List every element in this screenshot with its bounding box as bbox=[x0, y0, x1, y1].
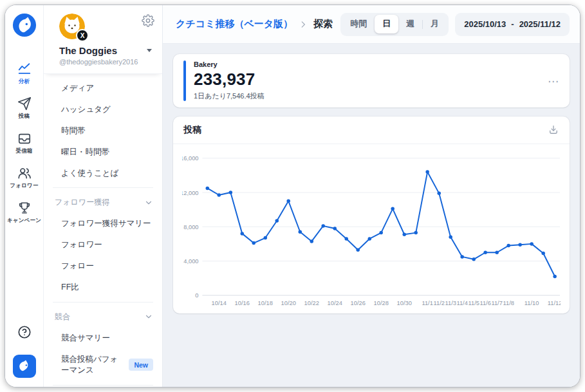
svg-text:10/26: 10/26 bbox=[351, 300, 366, 306]
chart-card-header: 投稿 bbox=[173, 117, 570, 144]
new-badge: New bbox=[129, 359, 153, 371]
svg-text:10/20: 10/20 bbox=[281, 300, 296, 306]
svg-text:11/6: 11/6 bbox=[479, 300, 490, 306]
inbox-icon bbox=[17, 131, 32, 145]
socialdog-logo-icon[interactable] bbox=[12, 13, 37, 37]
profile-name: The Doggies bbox=[59, 45, 147, 56]
sidebar-item-competitor-post-performance[interactable]: 競合投稿パフォーマンス New bbox=[44, 349, 162, 381]
svg-text:12,000: 12,000 bbox=[182, 190, 199, 196]
sidebar-item-time-slot[interactable]: 時間帯 bbox=[44, 120, 162, 142]
granularity-option-hour[interactable]: 時間 bbox=[342, 15, 375, 33]
granularity-toggle: 時間 日 週 月 bbox=[340, 13, 449, 36]
svg-text:10/22: 10/22 bbox=[304, 300, 319, 306]
avatar[interactable]: X bbox=[59, 14, 85, 39]
date-range-end: 2025/11/12 bbox=[519, 19, 561, 29]
help-button[interactable] bbox=[17, 325, 32, 342]
sidebar-menu: メディア ハッシュタグ 時間帯 曜日・時間帯 よく使うことば フォロワー獲得 フ… bbox=[44, 74, 162, 387]
icon-rail: 分析 投稿 受信箱 フォロワー bbox=[5, 5, 44, 387]
account-dropdown-icon[interactable] bbox=[147, 49, 152, 52]
rail-nav: 分析 投稿 受信箱 フォロワー bbox=[5, 62, 44, 225]
chart-area: 04,0008,00012,00016,00010/1410/1610/1810… bbox=[173, 144, 570, 313]
divider bbox=[53, 385, 153, 386]
sidebar-item-frequent-words[interactable]: よく使うことば bbox=[44, 163, 162, 184]
header-controls: 時間 日 週 月 2025/10/13 - 2025/11/12 bbox=[340, 13, 570, 36]
download-button[interactable] bbox=[548, 124, 559, 136]
sidebar-item-media[interactable]: メディア bbox=[44, 78, 162, 99]
svg-text:8,000: 8,000 bbox=[183, 224, 198, 230]
svg-text:11/5: 11/5 bbox=[468, 300, 479, 306]
svg-text:16,000: 16,000 bbox=[182, 155, 199, 162]
rail-item-label: フォロワー bbox=[10, 182, 38, 190]
granularity-option-day[interactable]: 日 bbox=[375, 15, 398, 33]
profile-handle: @thedoggiesbakery2016 bbox=[59, 58, 153, 66]
svg-text:11/10: 11/10 bbox=[525, 300, 539, 306]
chart-card: 投稿 04,0008,00012,00016,00010/1410/1610/1… bbox=[173, 117, 570, 313]
rail-item-followers[interactable]: フォロワー bbox=[5, 166, 44, 190]
divider bbox=[53, 302, 153, 303]
socialdog-app-button[interactable] bbox=[13, 355, 36, 378]
gear-icon bbox=[142, 14, 154, 27]
rail-item-label: 分析 bbox=[19, 78, 30, 86]
svg-text:11/7: 11/7 bbox=[491, 300, 502, 306]
rail-item-campaign[interactable]: キャンペーン bbox=[5, 201, 44, 225]
breadcrumb: クチコミ推移（ベータ版） 探索 bbox=[176, 18, 340, 30]
metric-subtitle: 1日あたり7,546.4投稿 bbox=[194, 91, 265, 101]
sidebar-item-ff-ratio[interactable]: FF比 bbox=[44, 277, 162, 298]
svg-text:10/24: 10/24 bbox=[328, 300, 342, 306]
chevron-down-icon bbox=[144, 198, 153, 207]
download-icon bbox=[548, 124, 559, 136]
send-icon bbox=[17, 97, 32, 111]
chart-title: 投稿 bbox=[183, 124, 201, 136]
sidebar-item-followers[interactable]: フォロワー bbox=[44, 234, 162, 256]
main-area: クチコミ推移（ベータ版） 探索 時間 日 週 月 2025/10/13 - 20… bbox=[163, 5, 580, 387]
profile-card: X The Doggies @thedoggiesbakery2016 bbox=[44, 5, 162, 74]
accent-bar bbox=[183, 61, 186, 101]
divider bbox=[53, 187, 153, 188]
granularity-option-week[interactable]: 週 bbox=[398, 15, 422, 33]
followers-icon bbox=[17, 166, 32, 180]
granularity-option-month[interactable]: 月 bbox=[423, 15, 447, 33]
svg-text:10/16: 10/16 bbox=[235, 300, 250, 306]
section-competitors[interactable]: 競合 bbox=[44, 306, 162, 328]
sidebar-item-hashtags[interactable]: ハッシュタグ bbox=[44, 99, 162, 120]
svg-text:10/30: 10/30 bbox=[397, 300, 412, 306]
date-range-separator: - bbox=[511, 19, 514, 29]
analytics-icon bbox=[17, 62, 32, 76]
svg-text:4,000: 4,000 bbox=[183, 258, 198, 265]
rail-item-posts[interactable]: 投稿 bbox=[5, 97, 44, 120]
svg-text:11/2: 11/2 bbox=[434, 300, 445, 306]
x-network-badge-icon: X bbox=[76, 29, 89, 42]
summary-card: Bakery 233,937 1日あたり7,546.4投稿 ⋯ bbox=[173, 54, 570, 107]
svg-text:10/28: 10/28 bbox=[374, 300, 389, 306]
sidebar-item-day-time-slot[interactable]: 曜日・時間帯 bbox=[44, 142, 162, 163]
date-range-start: 2025/10/13 bbox=[464, 19, 506, 29]
svg-text:11/3: 11/3 bbox=[445, 300, 456, 306]
sidebar-item-following[interactable]: フォロー bbox=[44, 256, 162, 277]
ellipsis-menu-button[interactable]: ⋯ bbox=[548, 75, 559, 86]
rail-item-label: 投稿 bbox=[19, 113, 30, 120]
page-content: Bakery 233,937 1日あたり7,546.4投稿 ⋯ 投稿 04, bbox=[163, 44, 580, 387]
sidebar: X The Doggies @thedoggiesbakery2016 メディア… bbox=[44, 5, 163, 387]
svg-text:11/1: 11/1 bbox=[422, 300, 432, 306]
svg-text:11/12: 11/12 bbox=[548, 300, 561, 306]
page-header: クチコミ推移（ベータ版） 探索 時間 日 週 月 2025/10/13 - 20… bbox=[163, 5, 580, 44]
settings-button[interactable] bbox=[142, 14, 154, 30]
sidebar-item-follower-acquisition-summary[interactable]: フォロワー獲得サマリー bbox=[44, 213, 162, 234]
chevron-right-icon bbox=[299, 20, 308, 29]
rail-item-analytics[interactable]: 分析 bbox=[5, 62, 44, 86]
help-icon bbox=[17, 325, 32, 339]
section-follower-acquisition[interactable]: フォロワー獲得 bbox=[44, 192, 162, 213]
svg-text:0: 0 bbox=[195, 292, 198, 299]
metric-value: 233,937 bbox=[194, 70, 265, 89]
posts-line-chart: 04,0008,00012,00016,00010/1410/1610/1810… bbox=[182, 151, 561, 310]
rail-item-label: キャンペーン bbox=[7, 217, 41, 225]
trophy-icon bbox=[17, 201, 32, 215]
svg-text:10/18: 10/18 bbox=[258, 300, 273, 306]
svg-text:11/4: 11/4 bbox=[456, 300, 467, 306]
rail-item-inbox[interactable]: 受信箱 bbox=[5, 131, 44, 155]
date-range-picker[interactable]: 2025/10/13 - 2025/11/12 bbox=[455, 13, 570, 36]
metric-label: Bakery bbox=[194, 61, 265, 68]
socialdog-dog-icon bbox=[16, 358, 33, 375]
sidebar-item-competitor-summary[interactable]: 競合サマリー bbox=[44, 328, 162, 349]
breadcrumb-parent-link[interactable]: クチコミ推移（ベータ版） bbox=[176, 18, 293, 30]
